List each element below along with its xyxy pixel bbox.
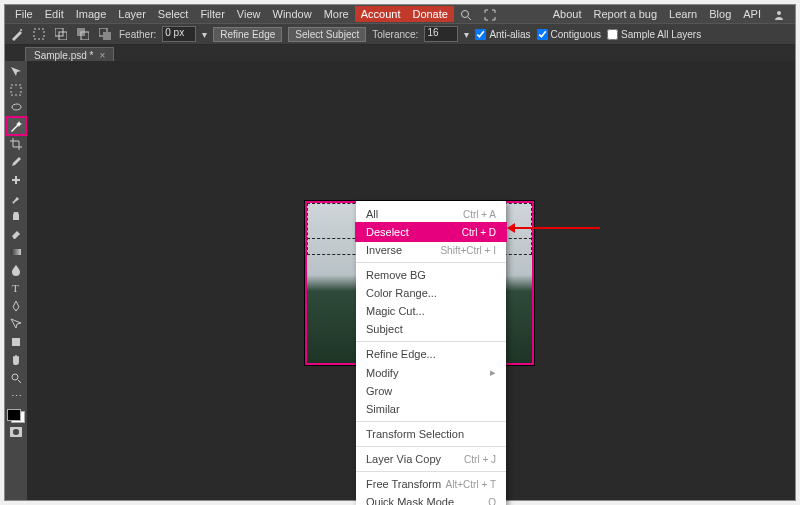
separator [356,341,506,342]
menuitem-removebg[interactable]: Remove BG [356,266,506,284]
wand-tool-icon [9,26,25,42]
quickmask-icon[interactable] [6,423,26,441]
link-about[interactable]: About [547,6,588,22]
menuitem-freetransform[interactable]: Free TransformAlt+Ctrl + T [356,475,506,493]
chevron-down-icon[interactable]: ▾ [202,29,207,40]
menu-image[interactable]: Image [70,6,113,22]
heal-tool[interactable] [6,171,26,189]
svg-point-17 [12,374,18,380]
fullscreen-icon[interactable] [478,5,502,22]
menuitem-quickmask[interactable]: Quick Mask ModeQ [356,493,506,505]
menu-filter[interactable]: Filter [194,6,230,22]
eyedropper-tool[interactable] [6,153,26,171]
move-tool[interactable] [6,63,26,81]
menu-select[interactable]: Select [152,6,195,22]
selmode-add-icon[interactable] [53,26,69,42]
search-icon[interactable] [454,5,478,22]
marquee-tool[interactable] [6,81,26,99]
pen-tool[interactable] [6,297,26,315]
context-menu: AllCtrl + A DeselectCtrl + D InverseShif… [356,201,506,505]
crop-tool[interactable] [6,135,26,153]
svg-line-18 [18,380,21,383]
menuitem-magiccut[interactable]: Magic Cut... [356,302,506,320]
user-icon[interactable] [767,5,791,22]
separator [356,262,506,263]
svg-point-3 [20,29,22,31]
select-subject-button[interactable]: Select Subject [288,27,366,42]
shape-tool[interactable] [6,333,26,351]
svg-point-2 [777,11,781,15]
separator [356,471,506,472]
svg-point-0 [461,10,468,17]
blur-tool[interactable] [6,261,26,279]
menuitem-grow[interactable]: Grow [356,382,506,400]
menuitem-layervia[interactable]: Layer Via CopyCtrl + J [356,450,506,468]
selmode-new-icon[interactable] [31,26,47,42]
feather-input[interactable]: 0 px [162,26,196,42]
svg-rect-11 [11,85,21,95]
workspace: T ⋯ AllCtrl + A DeselectCtrl + D Inverse… [5,61,795,500]
menuitem-all[interactable]: AllCtrl + A [356,205,506,223]
chevron-down-icon[interactable]: ▾ [464,29,469,40]
menu-file[interactable]: File [9,6,39,22]
link-learn[interactable]: Learn [663,6,703,22]
menuitem-colorrange[interactable]: Color Range... [356,284,506,302]
selmode-sub-icon[interactable] [75,26,91,42]
menu-window[interactable]: Window [267,6,318,22]
svg-rect-4 [34,29,44,39]
annotation-arrow [510,227,600,229]
app-frame: File Edit Image Layer Select Filter View… [4,4,796,501]
menu-layer[interactable]: Layer [112,6,152,22]
contiguous-checkbox[interactable]: Contiguous [537,29,602,40]
tab-label: Sample.psd * [34,50,93,61]
clone-tool[interactable] [6,207,26,225]
menu-edit[interactable]: Edit [39,6,70,22]
path-tool[interactable] [6,315,26,333]
gradient-tool[interactable] [6,243,26,261]
menuitem-subject[interactable]: Subject [356,320,506,338]
svg-rect-14 [11,249,21,255]
antialias-checkbox[interactable]: Anti-alias [475,29,530,40]
menu-account[interactable]: Account [355,6,407,22]
separator [356,421,506,422]
eraser-tool[interactable] [6,225,26,243]
menu-donate[interactable]: Donate [406,6,453,22]
menuitem-inverse[interactable]: InverseShift+Ctrl + I [356,241,506,259]
menuitem-refine[interactable]: Refine Edge... [356,345,506,363]
sample-all-checkbox[interactable]: Sample All Layers [607,29,701,40]
menu-more[interactable]: More [318,6,355,22]
menuitem-modify[interactable]: Modify▸ [356,363,506,382]
menuitem-transform[interactable]: Transform Selection [356,425,506,443]
svg-rect-16 [12,338,20,346]
menuitem-similar[interactable]: Similar [356,400,506,418]
tolerance-input[interactable]: 16 [424,26,458,42]
menuitem-deselect[interactable]: DeselectCtrl + D [356,223,506,241]
selmode-int-icon[interactable] [97,26,113,42]
svg-line-1 [468,17,471,20]
zoom-tool[interactable] [6,369,26,387]
feather-label: Feather: [119,29,156,40]
hand-tool[interactable] [6,351,26,369]
lasso-tool[interactable] [6,99,26,117]
menu-bar: File Edit Image Layer Select Filter View… [5,5,795,23]
color-swatch[interactable] [7,409,25,423]
svg-text:T: T [12,282,19,294]
svg-point-20 [13,429,19,435]
tolerance-label: Tolerance: [372,29,418,40]
type-tool[interactable]: T [6,279,26,297]
close-icon[interactable]: × [99,50,105,61]
options-bar: Feather: 0 px ▾ Refine Edge Select Subje… [5,23,795,45]
link-api[interactable]: API [737,6,767,22]
link-report[interactable]: Report a bug [587,6,663,22]
toolbar: T ⋯ [5,61,27,500]
refine-edge-button[interactable]: Refine Edge [213,27,282,42]
svg-rect-10 [103,32,111,40]
svg-rect-13 [15,176,17,184]
more-tool[interactable]: ⋯ [6,387,26,405]
menu-view[interactable]: View [231,6,267,22]
wand-tool[interactable] [6,117,26,135]
link-blog[interactable]: Blog [703,6,737,22]
separator [356,446,506,447]
chevron-right-icon: ▸ [490,366,496,379]
brush-tool[interactable] [6,189,26,207]
